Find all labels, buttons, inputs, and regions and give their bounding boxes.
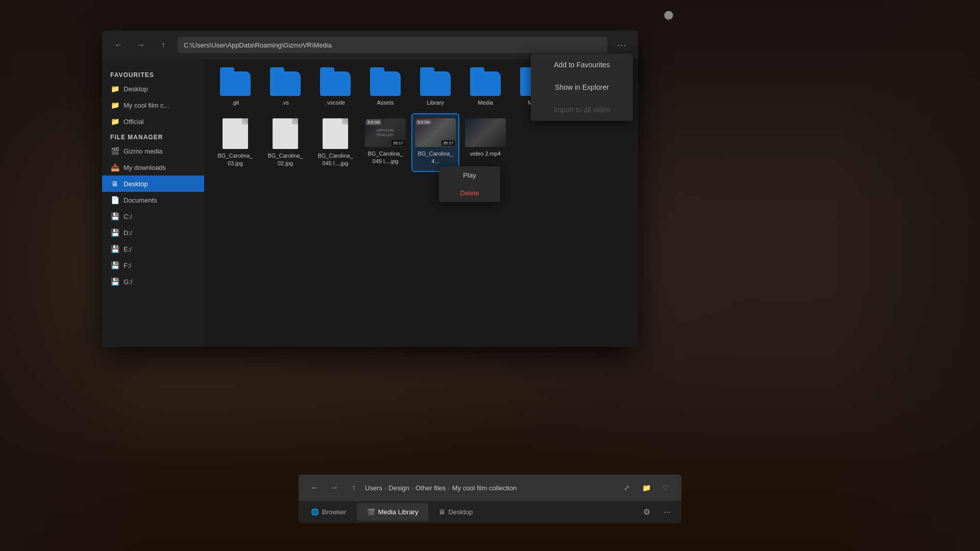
sidebar: FAVOURITES 📁 Desktop 📁 My cool film c...… [102, 59, 204, 347]
sidebar-item-downloads[interactable]: 📥 My downloads [102, 159, 204, 176]
sidebar-item-label: D:/ [124, 229, 132, 237]
tab-media-library[interactable]: 🎬 Media Library [357, 503, 429, 521]
file-label: Assets [377, 99, 394, 106]
sidebar-item-label: E:/ [124, 245, 132, 253]
up-button[interactable]: ↑ [155, 37, 172, 53]
sidebar-item-documents[interactable]: 📄 Documents [102, 192, 204, 208]
back-button[interactable]: ← [110, 37, 127, 53]
file-label: BG_Carolina_045 l....jpg [316, 152, 354, 167]
tab-bar: 🌐 Browser 🎬 Media Library 🖥 Desktop ⚙ ··… [299, 501, 681, 523]
tab-right-actions: ⚙ ··· [639, 504, 679, 520]
more-tab-button[interactable]: ··· [659, 504, 675, 520]
taskbar-up-button[interactable]: ↑ [346, 480, 362, 496]
breadcrumb-other-files[interactable]: Other files [415, 484, 446, 492]
list-item[interactable]: .git [212, 67, 258, 110]
settings-button[interactable]: ⚙ [639, 504, 655, 520]
folder-icon: 📁 [110, 117, 119, 126]
drive-icon: 💾 [110, 229, 119, 237]
list-item[interactable]: BG_Carolina_045 l....jpg [312, 114, 358, 171]
tab-label: Desktop [448, 508, 473, 516]
favourite-button[interactable]: ♡ [658, 480, 673, 495]
file-manager-heading: FILE MANAGER [102, 130, 204, 143]
video-size-badge: 3.0 Gb [416, 119, 431, 125]
document-file-icon [273, 118, 298, 149]
taskbar-forward-button[interactable]: → [326, 480, 342, 496]
file-label: BG_Carolina_02.jpg [266, 152, 304, 167]
list-item[interactable]: OFFICIALTRAILER 3.0 Gb 35:17 BG_Carolina… [362, 114, 408, 171]
sidebar-item-f[interactable]: 💾 F:/ [102, 257, 204, 273]
list-item[interactable]: BG_Carolina_02.jpg [262, 114, 308, 171]
breadcrumb-users[interactable]: Users [365, 484, 382, 492]
video-thumbnail [465, 118, 506, 147]
taskbar-back-button[interactable]: ← [307, 480, 323, 496]
list-item[interactable]: Media [462, 67, 508, 110]
sidebar-item-c[interactable]: 💾 C:/ [102, 208, 204, 224]
drive-icon: 💾 [110, 278, 119, 286]
show-in-explorer-button[interactable]: Show in Explorer [531, 76, 633, 98]
sidebar-item-label: Desktop [124, 85, 148, 93]
file-label: BG_Carolina_4... [416, 150, 454, 165]
file-label: .vscode [326, 99, 345, 106]
list-item[interactable]: Library [412, 67, 458, 110]
sidebar-item-desktop[interactable]: 🖥 Desktop [102, 176, 204, 192]
breadcrumb: Users › Design › Other files › My cool f… [365, 484, 616, 492]
folder-icon [420, 71, 451, 96]
document-file-icon [323, 118, 348, 149]
folder-icon [320, 71, 351, 96]
video-size-badge: 3.0 Gb [366, 119, 381, 125]
media-icon: 🎬 [110, 147, 119, 155]
list-item[interactable]: Assets [362, 67, 408, 110]
list-item[interactable]: video 2.mp4 [462, 114, 508, 171]
forward-button[interactable]: → [133, 37, 149, 53]
breadcrumb-mycool[interactable]: My cool film collection [452, 484, 517, 492]
folder-button[interactable]: 📁 [639, 480, 654, 495]
import-to-video-button: Import to all video [531, 98, 633, 121]
sidebar-item-mycool[interactable]: 📁 My cool film c... [102, 97, 204, 113]
video-duration-badge: 35:17 [442, 140, 455, 146]
sidebar-item-label: F:/ [124, 262, 131, 269]
add-to-favourites-button[interactable]: Add to Favourites [531, 54, 633, 76]
more-button[interactable]: ··· [614, 37, 630, 53]
desktop-tab-icon: 🖥 [438, 508, 445, 516]
breadcrumb-sep: › [448, 484, 450, 492]
sidebar-item-official[interactable]: 📁 Official [102, 113, 204, 130]
video-duration-badge: 35:17 [391, 140, 405, 146]
sidebar-item-label: Desktop [124, 180, 148, 188]
list-item[interactable]: .vscode [312, 67, 358, 110]
taskbar: ← → ↑ Users › Design › Other files › My … [299, 474, 681, 523]
tab-browser[interactable]: 🌐 Browser [301, 503, 357, 521]
list-item[interactable]: 3.0 Gb 35:17 BG_Carolina_4... [412, 114, 458, 171]
video-thumbnail: OFFICIALTRAILER 3.0 Gb 35:17 [365, 118, 406, 147]
file-label: video 2.mp4 [470, 150, 501, 157]
tab-desktop[interactable]: 🖥 Desktop [428, 503, 483, 521]
sidebar-item-label: C:/ [124, 213, 132, 220]
video-preview [465, 118, 506, 147]
sidebar-item-gizmo[interactable]: 🎬 Gizmo media [102, 143, 204, 159]
context-play-button[interactable]: Play [439, 166, 500, 184]
sidebar-item-d[interactable]: 💾 D:/ [102, 224, 204, 241]
drive-icon: 💾 [110, 245, 119, 253]
desktop-icon: 🖥 [110, 180, 119, 188]
list-item[interactable]: .vs [262, 67, 308, 110]
media-library-icon: 🎬 [367, 508, 375, 516]
sidebar-item-label: G:/ [124, 278, 132, 286]
document-icon: 📄 [110, 196, 119, 204]
folder-icon [470, 71, 501, 96]
download-icon: 📥 [110, 163, 119, 171]
tab-label: Media Library [378, 508, 419, 516]
top-context-menu: Add to Favourites Show in Explorer Impor… [531, 54, 633, 121]
sidebar-item-label: My cool film c... [124, 102, 169, 109]
folder-icon: 📁 [110, 85, 119, 93]
address-bar[interactable]: C:\Users\User\AppData\Roaming\GizmoVR\Me… [178, 37, 607, 53]
context-delete-button[interactable]: Delete [439, 184, 500, 202]
sidebar-item-e[interactable]: 💾 E:/ [102, 241, 204, 257]
sidebar-item-desktop-fav[interactable]: 📁 Desktop [102, 81, 204, 97]
expand-button[interactable]: ⤢ [619, 480, 634, 495]
file-context-menu: Play Delete [439, 166, 500, 202]
sidebar-item-label: Official [124, 118, 144, 126]
list-item[interactable]: BG_Carolina_03.jpg [212, 114, 258, 171]
folder-icon [270, 71, 301, 96]
breadcrumb-design[interactable]: Design [388, 484, 409, 492]
file-label: .git [232, 99, 239, 106]
sidebar-item-g[interactable]: 💾 G:/ [102, 273, 204, 290]
